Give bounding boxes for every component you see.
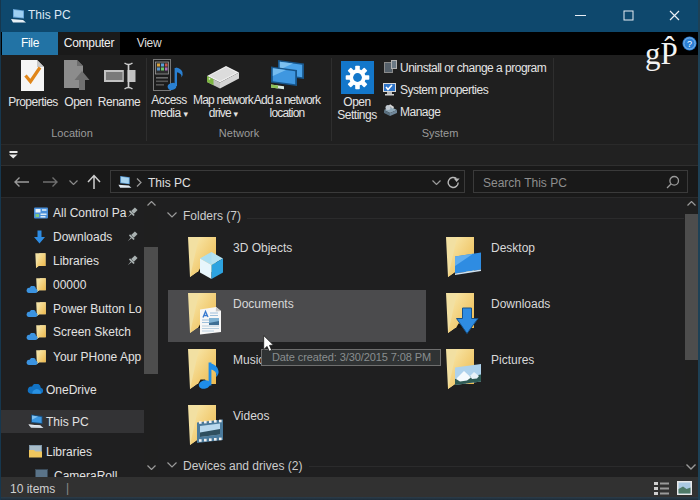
svg-text:?: ?	[687, 39, 692, 49]
